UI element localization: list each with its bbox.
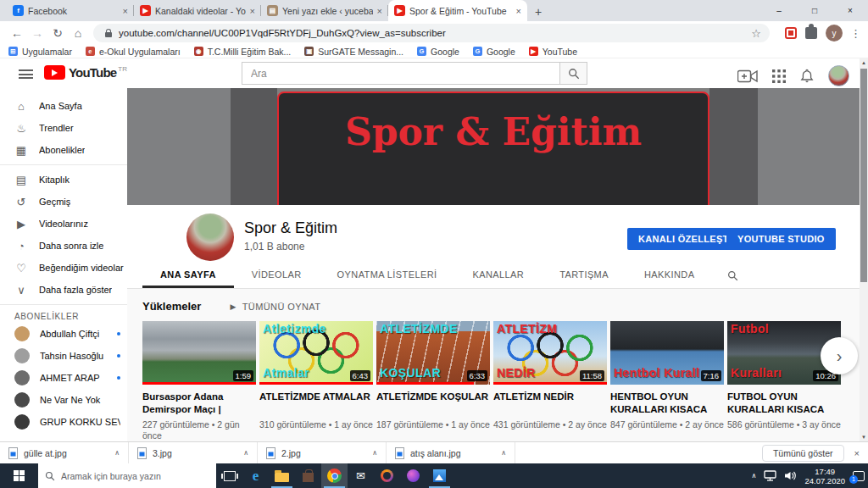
taskbar-item-edge[interactable]: e — [242, 463, 269, 488]
browser-profile-avatar[interactable]: y — [826, 25, 843, 42]
video-thumbnail[interactable]: Atletizmde Atmalar 6:43 — [259, 321, 373, 385]
sidebar-item[interactable]: ▶ Videolarınız — [0, 213, 127, 235]
network-icon[interactable] — [764, 470, 776, 481]
account-avatar[interactable] — [828, 65, 849, 86]
channel-avatar[interactable] — [186, 214, 234, 261]
action-center-icon[interactable]: 1 — [853, 471, 865, 481]
youtube-logo[interactable]: YouTube TR — [44, 65, 127, 80]
taskbar-item-media[interactable] — [374, 463, 400, 488]
browser-tab[interactable]: ▶ Kanaldaki videolar - YouTube Stu × — [134, 0, 261, 21]
bookmark-item[interactable]: ◉ T.C.Milli Eğitim Bak... — [194, 47, 292, 57]
minimize-button[interactable]: – — [761, 0, 797, 21]
video-title[interactable]: ATLETİZMDE ATMALAR — [259, 391, 373, 416]
bookmark-item[interactable]: ⊞ Uygulamalar — [8, 47, 72, 57]
video-card[interactable]: 1:59 Bursaspor Adana Demirspor Maçı | Mu… — [142, 321, 256, 441]
tab-close-icon[interactable]: × — [123, 6, 128, 16]
reload-icon[interactable]: ↻ — [47, 26, 68, 40]
sidebar-item[interactable]: ♡ Beğendiğim videolar — [0, 257, 127, 279]
tab-close-icon[interactable]: × — [377, 6, 382, 16]
sidebar-item[interactable]: ▤ Kitaplık — [0, 169, 127, 191]
video-card[interactable]: Futbol Kuralları 10:26 FUTBOL OYUN KURAL… — [727, 321, 841, 441]
menu-hamburger-icon[interactable] — [19, 69, 33, 79]
video-card[interactable]: Atletizmde Atmalar 6:43 ATLETİZMDE ATMAL… — [259, 321, 373, 441]
channel-tab[interactable]: KANALLAR — [454, 263, 542, 288]
taskbar-item-store[interactable] — [295, 463, 321, 488]
create-video-icon[interactable] — [737, 69, 758, 83]
channel-tab[interactable]: VİDEOLAR — [234, 263, 320, 288]
download-item[interactable]: gülle at.jpg ∧ — [0, 442, 129, 463]
forward-icon[interactable]: → — [27, 26, 47, 40]
video-thumbnail[interactable]: Hentbol Kurall 7:16 — [610, 321, 724, 385]
bookmark-item[interactable]: G Google — [417, 47, 459, 57]
download-item[interactable]: 3.jpg ∧ — [129, 442, 258, 463]
taskbar-item-explorer[interactable] — [269, 463, 295, 488]
taskbar-item-photos[interactable] — [426, 463, 453, 488]
channel-tab[interactable]: OYNATMA LİSTELERİ — [320, 263, 455, 288]
notifications-bell-icon[interactable] — [800, 69, 814, 83]
sidebar-item[interactable]: ♨ Trendler — [0, 117, 127, 139]
bookmark-star-icon[interactable]: ☆ — [751, 27, 761, 40]
start-button[interactable] — [0, 463, 38, 488]
video-title[interactable]: HENTBOL OYUN KURALLARI KISACA — [610, 391, 724, 416]
browser-tab[interactable]: ▶ Spor & Eğitim - YouTube × — [388, 0, 527, 21]
subscription-channel-item[interactable]: Ne Var Ne Yok — [0, 389, 127, 411]
maximize-button[interactable]: □ — [797, 0, 832, 21]
close-button[interactable]: × — [832, 0, 868, 21]
scroll-up-icon[interactable]: ▲ — [860, 58, 868, 67]
video-card[interactable]: ATLETİZMDE KOŞULAR 6:33 ATLETİZMDE KOŞUL… — [376, 321, 490, 441]
bookmark-item[interactable]: e e-Okul Uygulamaları — [86, 47, 181, 57]
search-button[interactable] — [559, 62, 587, 85]
chevron-up-icon[interactable]: ∧ — [114, 449, 120, 457]
url-text[interactable]: youtube.com/channel/UC00P1VqdF5RtYDFj_Du… — [119, 28, 744, 38]
taskbar-item-paint[interactable] — [400, 463, 426, 488]
url-field[interactable]: youtube.com/channel/UC00P1VqdF5RtYDFj_Du… — [93, 24, 770, 42]
show-all-downloads-button[interactable]: Tümünü göster — [762, 445, 844, 462]
sidebar-item[interactable]: ↺ Geçmiş — [0, 191, 127, 213]
channel-tab[interactable]: TARTIŞMA — [542, 263, 626, 288]
apps-grid-icon[interactable] — [772, 69, 786, 83]
video-thumbnail[interactable]: ATLETİZMDE KOŞULAR 6:33 — [376, 321, 490, 385]
tray-chevron-icon[interactable]: ∧ — [752, 472, 757, 480]
play-all-button[interactable]: ▶ TÜMÜNÜ OYNAT — [230, 302, 320, 312]
home-icon[interactable]: ⌂ — [68, 26, 88, 40]
sidebar-item[interactable]: ∨ Daha fazla göster — [0, 279, 127, 301]
youtube-studio-button[interactable]: YOUTUBE STUDIO — [726, 228, 836, 250]
channel-search-button[interactable] — [712, 263, 754, 288]
video-thumbnail[interactable]: 1:59 — [142, 321, 256, 385]
tab-close-icon[interactable]: × — [250, 6, 255, 16]
subscription-channel-item[interactable]: GRUP KORKU SEVER... — [0, 411, 127, 433]
back-icon[interactable]: ← — [7, 26, 27, 40]
bookmark-item[interactable]: ▶ YouTube — [529, 47, 577, 57]
video-card[interactable]: ATLETİZM NEDİR 11:58 ATLETİZM NEDİR 431 … — [493, 321, 607, 441]
taskbar-search[interactable] — [38, 463, 216, 488]
video-title[interactable]: Bursaspor Adana Demirspor Maçı | Muhteşe… — [142, 391, 256, 416]
volume-icon[interactable] — [784, 470, 797, 481]
chevron-up-icon[interactable]: ∧ — [501, 449, 506, 457]
sidebar-item[interactable]: ◔ Daha sonra izle — [0, 235, 127, 257]
sidebar-item[interactable]: ⌂ Ana Sayfa — [0, 95, 127, 117]
download-item[interactable]: atış alanı.jpg ∧ — [387, 442, 515, 463]
search-input[interactable] — [242, 62, 559, 85]
video-title[interactable]: ATLETİZMDE KOŞULAR — [376, 391, 490, 416]
extensions-puzzle-icon[interactable] — [805, 27, 817, 39]
video-card[interactable]: Hentbol Kurall 7:16 HENTBOL OYUN KURALLA… — [610, 321, 724, 441]
chevron-up-icon[interactable]: ∧ — [372, 449, 377, 457]
new-tab-button[interactable]: + — [535, 5, 542, 19]
bookmark-item[interactable]: G Google — [473, 47, 515, 57]
task-view-button[interactable] — [216, 463, 242, 488]
bookmark-item[interactable]: ▣ SurGATE Messagin... — [304, 47, 403, 57]
chevron-up-icon[interactable]: ∧ — [243, 449, 248, 457]
subscription-channel-item[interactable]: AHMET ARAP — [0, 367, 127, 389]
extension-icon[interactable] — [785, 27, 797, 39]
channel-tab[interactable]: ANA SAYFA — [142, 263, 234, 288]
video-title[interactable]: FUTBOL OYUN KURALLARI KISACA — [727, 391, 841, 416]
browser-menu-icon[interactable]: ⋮ — [850, 27, 861, 40]
browser-tab[interactable]: ▤ Yeni yazı ekle ‹ yucebabauyandi - × — [261, 0, 388, 21]
subscription-channel-item[interactable]: Abdullah Çiftçi — [0, 323, 127, 345]
page-scrollbar[interactable]: ▲ ▼ — [860, 58, 868, 441]
video-thumbnail[interactable]: ATLETİZM NEDİR 11:58 — [493, 321, 607, 385]
scroll-down-icon[interactable]: ▼ — [860, 433, 868, 441]
close-downloads-icon[interactable]: × — [854, 448, 860, 458]
carousel-next-button[interactable]: › — [821, 337, 858, 374]
channel-tab[interactable]: HAKKINDA — [626, 263, 712, 288]
